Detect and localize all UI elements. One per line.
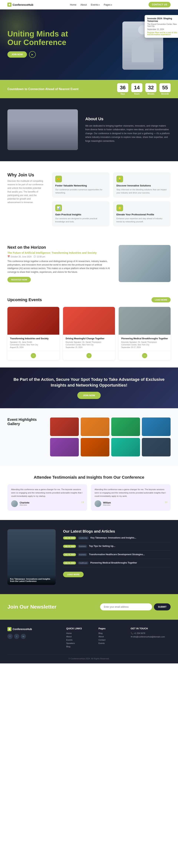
hero-play-button[interactable]: ▶	[29, 51, 36, 58]
footer-top: ConferenceHub f t in QUICK LINKS Home Ab…	[7, 627, 171, 649]
newsletter-submit-button[interactable]: SUBMIT	[154, 603, 171, 611]
event-arrow-1[interactable]: →	[86, 353, 92, 358]
horizon-meta: 📅 October 20, June 2024 🕐 12:00 pm	[7, 255, 111, 258]
footer-link-about[interactable]: About	[66, 636, 93, 638]
logo-icon	[7, 3, 11, 7]
blog-item-title-3[interactable]: Pioneering Medical Breakthroughs Togethe…	[90, 561, 171, 564]
about-description: We are dedicated to bringing together vi…	[85, 124, 171, 143]
gallery-img-2	[81, 417, 109, 436]
why-card-icon-3: ⭐	[116, 205, 123, 211]
footer-copyright: © ConferenceHub 2024. All Rights Reserve…	[7, 657, 171, 660]
event-date-1: September 15, 2024	[66, 346, 112, 348]
event-arrow-2[interactable]: →	[142, 353, 147, 358]
why-card-desc-2: Our sessions are designed to provide pra…	[55, 217, 106, 223]
gallery-bottom-row	[50, 438, 171, 457]
event-title-1: Driving Meaningful Change Together	[66, 337, 112, 340]
hero-join-button[interactable]: JOIN NOW	[7, 51, 27, 58]
blog-cat-0: Leadership	[78, 536, 89, 539]
event-card-link[interactable]: Register Now and be a part of this trans…	[147, 31, 178, 36]
blog-item-2: July 15, 2024 Business Transformative He…	[63, 553, 171, 559]
footer-link-speakers[interactable]: Speakers	[66, 642, 93, 644]
why-card-1: 💡 Discover Innovative Solutions Stay inf…	[113, 172, 171, 197]
footer-link-events[interactable]: Events	[66, 639, 93, 641]
horizon-image	[119, 245, 171, 282]
social-facebook-button[interactable]: f	[7, 634, 12, 639]
blog-item-title-0[interactable]: Key Takeaways: Innovations and Insights.…	[90, 536, 171, 539]
gallery-title: Event Highlights Gallery	[7, 417, 44, 426]
nav-about[interactable]: About	[81, 3, 87, 6]
about-image	[7, 109, 78, 150]
event-img-1	[63, 307, 115, 335]
nav-events[interactable]: Events	[91, 3, 100, 6]
countdown-units: 36 Days 14 Hours 32 Minutes 55 Seconds	[117, 83, 171, 95]
nav-logo-text: ConferenceHub	[12, 3, 33, 6]
footer-page-contact[interactable]: Contact	[98, 639, 125, 641]
blog-item-3: July 05, 2024 Healthcare Pioneering Medi…	[63, 561, 171, 567]
footer: ConferenceHub f t in QUICK LINKS Home Ab…	[0, 620, 178, 663]
footer-contact-title: GET IN TOUCH	[131, 627, 171, 630]
footer-link-home[interactable]: Home	[66, 632, 93, 634]
gallery-section: Event Highlights Gallery	[0, 408, 178, 466]
why-title: Why Join Us	[7, 172, 44, 178]
svg-point-1	[8, 628, 10, 630]
event-card: Innovate 2024: Shaping Tomorrow The Gran…	[145, 15, 178, 38]
blog-item-title-2[interactable]: Transformative Healthcare Development St…	[89, 553, 171, 556]
social-twitter-button[interactable]: t	[14, 634, 19, 639]
author-name-1: William	[103, 501, 111, 504]
why-cards: 🤝 Foster Valuable Networking Our confere…	[52, 172, 171, 226]
footer-page-about[interactable]: About	[98, 636, 125, 638]
blog-item-title-1[interactable]: Top Tips for Setting Up...	[89, 545, 171, 548]
event-location-2: Convention Center, New York City	[121, 344, 168, 346]
event-item-1: Driving Meaningful Change Together Keyno…	[63, 307, 115, 360]
nav-logo: ConferenceHub	[7, 3, 33, 7]
footer-page-events[interactable]: Events	[98, 642, 125, 644]
nav-home[interactable]: Home	[70, 3, 77, 6]
blog-load-more-button[interactable]: LOAD MORE	[63, 572, 84, 577]
why-card-0: 🤝 Foster Valuable Networking Our confere…	[52, 172, 109, 197]
horizon-desc: This conference brings together a divers…	[7, 259, 111, 274]
hero-left: Uniting Minds at Our Conference JOIN NOW…	[7, 30, 115, 62]
event-card-subtitle: The Grand Convention Center, New York Ci…	[147, 23, 178, 27]
testimonial-0: Attending this conference was a game-cha…	[7, 484, 87, 511]
author-avatar-0	[11, 500, 18, 507]
contact-button[interactable]: CONTACT US	[149, 2, 171, 7]
footer-logo: ConferenceHub	[7, 627, 61, 631]
event-date-0: August 25, 2024	[10, 346, 57, 348]
register-button[interactable]: REGISTER NOW	[7, 277, 31, 282]
footer-quick-links: QUICK LINKS Home About Events Speakers B…	[66, 627, 93, 649]
why-card-title-1: Discover Innovative Solutions	[116, 184, 167, 187]
about-section: About Us We are dedicated to bringing to…	[0, 98, 178, 161]
events-load-more-button[interactable]: LOAD MORE	[151, 297, 171, 303]
event-img-0	[7, 307, 59, 335]
quote-mark-1: "	[165, 499, 168, 508]
nav-pages[interactable]: Pages	[103, 3, 112, 6]
event-item-2: Pioneering Medical Breakthroughs Togethe…	[119, 307, 171, 360]
horizon-time: 🕐 12:00 pm	[33, 255, 45, 258]
blog-item-0: July 25, 2024 Leadership Key Takeaways: …	[63, 536, 171, 542]
countdown-bar: Countdown to Connection Ahead of Nearest…	[0, 80, 178, 98]
gallery-right	[50, 417, 171, 457]
newsletter-email-input[interactable]	[100, 603, 152, 611]
footer-link-blog[interactable]: Blog	[66, 646, 93, 648]
cta-banner: Be Part of the Action, Secure Your Spot …	[0, 368, 178, 408]
social-instagram-button[interactable]: in	[21, 634, 26, 639]
footer-contact: GET IN TOUCH 📞 +1 234 5678 ✉ info@confer…	[131, 627, 171, 649]
why-section: Why Join Us Discover the multitude of co…	[0, 161, 178, 238]
horizon-right	[119, 245, 171, 282]
hero-section: Uniting Minds at Our Conference JOIN NOW…	[0, 9, 178, 80]
footer-page-blog[interactable]: Blog	[98, 632, 125, 634]
countdown-days: 36 Days	[117, 83, 128, 95]
blog-image-overlay: Key Takeaways: Innovations and Insights …	[7, 575, 56, 585]
gallery-left: Event Highlights Gallery	[7, 417, 44, 457]
event-arrow-0[interactable]: →	[31, 353, 36, 358]
horizon-date: 📅 October 20, June 2024	[7, 255, 32, 258]
blog-item-1: July 20, 2024 Business Top Tips for Sett…	[63, 545, 171, 551]
events-title: Upcoming Events	[7, 298, 42, 302]
cta-join-button[interactable]: JOIN NOW	[77, 392, 101, 399]
testimonial-author-0: Charlotte Attendee	[11, 500, 84, 507]
author-name-0: Charlotte	[20, 501, 29, 504]
event-item-0: Transforming Industries and Society Spea…	[7, 307, 59, 360]
why-card-3: ⭐ Elevate Your Professional Profile Enha…	[113, 201, 171, 226]
why-card-title-2: Gain Practical Insights	[55, 213, 106, 216]
event-date-2: September 15-17, 2024	[121, 346, 168, 348]
